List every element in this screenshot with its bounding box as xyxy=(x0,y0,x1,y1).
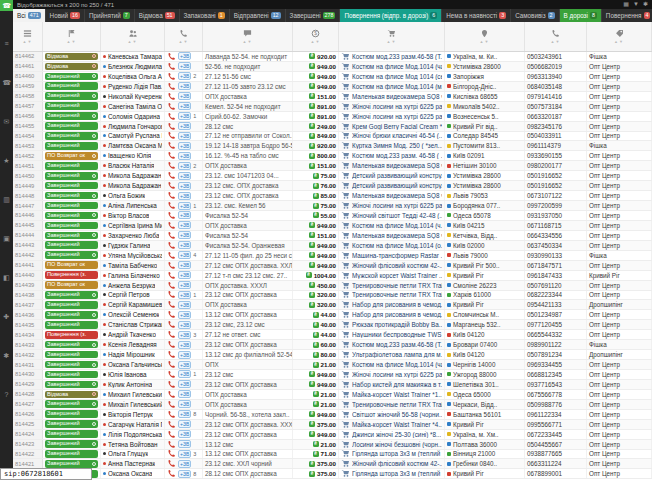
client-name[interactable]: Олексій Семенюк xyxy=(108,311,159,318)
delivery-location[interactable]: Гребінки 0840.. xyxy=(453,460,497,467)
call-phone-icon[interactable] xyxy=(167,430,176,439)
order-row[interactable]: 814428ВідмоваМихаил Гилевський+ЗВОПХ дос… xyxy=(13,390,652,400)
orders-icon[interactable]: ▣ xyxy=(0,232,13,245)
call-phone-icon[interactable] xyxy=(167,281,176,290)
call-button[interactable]: +ЗВ xyxy=(178,261,191,269)
tab-10[interactable]: В дорозі8 xyxy=(560,9,602,22)
call-phone-icon[interactable] xyxy=(167,440,176,449)
call-button[interactable]: +ЗВ xyxy=(178,281,191,289)
delivery-location[interactable]: Устимівка 28600 xyxy=(453,172,501,179)
client-name[interactable]: Самотуй Руслана Во.. xyxy=(108,132,162,139)
order-row[interactable]: 814447ЗавершенийАліна Липенська+ЗВ123.12… xyxy=(13,201,652,211)
client-name[interactable]: Кулик Антоніна xyxy=(108,381,152,388)
call-phone-icon[interactable] xyxy=(167,82,176,91)
delivery-location[interactable]: Харків 61000 xyxy=(453,291,491,298)
product-name[interactable]: Костюм на флисе Мод.1014 (ча... xyxy=(352,361,442,368)
column-header-product[interactable]: ▲▼ xyxy=(339,22,445,51)
delivery-location[interactable]: Одеса 65000 xyxy=(453,391,491,398)
tab-7[interactable]: Повернення (відпр. в дорозі)6 xyxy=(340,9,442,22)
delivery-location[interactable]: Кривий Ріг xyxy=(453,470,484,477)
call-phone-icon[interactable] xyxy=(167,122,176,131)
order-row[interactable]: 814433ЗавершенийКсенія Левадняя+ЗВ23.12 … xyxy=(13,340,652,350)
delivery-location[interactable]: Кривий Ріг xyxy=(453,272,484,279)
delivery-location[interactable]: Білгород-Дніс.. xyxy=(453,83,496,90)
client-name[interactable]: Гудзюк Галина xyxy=(108,242,150,249)
product-name[interactable]: Ультрафіолетова лампа для м... xyxy=(352,351,442,358)
delivery-location[interactable]: Шепетівка 301.. xyxy=(453,381,499,388)
delivery-location[interactable]: Бровари 07400 xyxy=(453,341,497,348)
call-button[interactable]: +ЗВ xyxy=(178,172,191,180)
status-badge[interactable]: Завершений xyxy=(45,82,98,90)
client-name[interactable]: Сергіївна Ірина Ми.. xyxy=(108,222,162,229)
call-phone-icon[interactable] xyxy=(167,380,176,389)
order-row[interactable]: 814446ЗавершенийВіктор Власов+ЗВФисалка … xyxy=(13,211,652,221)
client-name[interactable]: Николай Кучеренко xyxy=(108,93,162,100)
call-phone-icon[interactable] xyxy=(167,52,176,61)
delivery-location[interactable]: Київ 04120 xyxy=(453,331,485,338)
box-icon[interactable]: ◧ xyxy=(0,271,13,284)
settings-icon[interactable]: ✱ xyxy=(0,349,13,362)
order-row[interactable]: 814429ЗавершенийКулик Антоніна+ЗВ23.12 с… xyxy=(13,380,652,390)
client-name[interactable]: Ксенія Левадняя xyxy=(108,341,157,348)
call-phone-icon[interactable] xyxy=(167,171,176,180)
client-name[interactable]: Власюк Наталія xyxy=(108,162,154,169)
client-name[interactable]: Захарченко Люба xyxy=(108,232,159,239)
call-phone-icon[interactable] xyxy=(167,320,176,329)
client-name[interactable]: Лілія Подолянська xyxy=(108,431,162,438)
product-name[interactable]: Тренировочные петли TRX Trai... xyxy=(352,401,442,408)
delivery-location[interactable]: Кислівка 68655 xyxy=(453,93,497,100)
delivery-location[interactable]: Устимівка 28600 xyxy=(453,63,501,70)
grid-icon[interactable]: ▦ xyxy=(623,0,629,9)
tab-4[interactable]: Запаковані1 xyxy=(180,9,230,22)
status-badge[interactable]: Завершений xyxy=(45,351,98,359)
product-name[interactable]: Машина-трансформер Rastar ... xyxy=(352,252,442,259)
sort-arrows-icon[interactable]: ▲▼ xyxy=(179,40,189,44)
product-name[interactable]: Детский развивающий констру... xyxy=(352,172,442,179)
delivery-location[interactable]: Вінниця 21000 xyxy=(453,450,495,457)
column-header-call[interactable]: ▲▼ xyxy=(165,22,203,51)
order-row[interactable]: 814452ПО Возврат окІващенко Юлія+ЗВ16.12… xyxy=(13,151,652,161)
delivery-location[interactable]: Соледар 84545 xyxy=(453,132,498,139)
order-row[interactable]: 814420ЗавершенийОксана Оксана+ЗВ828.12 с… xyxy=(13,469,652,479)
call-button[interactable]: +ЗВ xyxy=(178,420,191,428)
product-name[interactable]: Костюм мод.233 разм.46-58 (Т... xyxy=(352,341,442,348)
call-phone-icon[interactable] xyxy=(167,360,176,369)
product-name[interactable]: Костюм на флисе Мод.1014 (м... xyxy=(352,83,442,90)
call-button[interactable]: +ЗВ xyxy=(178,390,191,398)
delivery-location[interactable]: Ужгород 88000 xyxy=(453,371,496,378)
delivery-location[interactable]: Миколаїв 5402.. xyxy=(453,103,499,110)
order-row[interactable]: 814444ЗавершенийЗахарченко Люба+ЗВФисалк… xyxy=(13,231,652,241)
order-row[interactable]: 814430ЗавершенийЮлія Іванова+ЗВ123.12 см… xyxy=(13,370,652,380)
call-button[interactable]: +ЗВ xyxy=(178,271,191,279)
product-name[interactable]: Маленькая видеокамера SQ8 ч... xyxy=(352,162,442,169)
status-badge[interactable]: Завершений xyxy=(45,311,98,319)
client-name[interactable]: Віктор Власов xyxy=(108,212,149,219)
client-name[interactable]: Микола Бадражан xyxy=(108,182,161,189)
call-button[interactable]: +ЗВ xyxy=(178,380,191,388)
delivery-location[interactable]: Вознесенськ 5.. xyxy=(453,113,499,120)
product-name[interactable]: Тренировочные петли TRX Trai... xyxy=(352,291,442,298)
call-button[interactable]: +ЗВ xyxy=(178,331,191,339)
order-row[interactable]: 814431ЗавершенийОксана Гальчинська+ЗВОПХ… xyxy=(13,360,652,370)
order-row[interactable]: 814432ЗавершенийНадія Мірошник+ЗВ13.12 с… xyxy=(13,350,652,360)
status-badge[interactable]: Завершений xyxy=(45,182,98,190)
client-name[interactable]: Анна Пастернак xyxy=(108,460,155,467)
call-button[interactable]: +ЗВ xyxy=(178,470,191,478)
call-phone-icon[interactable] xyxy=(167,459,176,468)
status-badge[interactable]: Завершений xyxy=(45,232,98,240)
call-button[interactable]: +ЗВ xyxy=(178,182,191,190)
status-badge[interactable]: Завершений xyxy=(45,222,98,230)
product-name[interactable]: Костюм на флисе Мод.1014 (ча... xyxy=(352,63,442,70)
status-badge[interactable]: Завершений xyxy=(45,361,98,369)
call-button[interactable]: +ЗВ xyxy=(178,251,191,259)
client-name[interactable]: Оксана Гальчинська xyxy=(108,361,162,368)
call-button[interactable]: +ЗВ xyxy=(178,351,191,359)
call-phone-icon[interactable] xyxy=(167,261,176,270)
call-button[interactable]: +ЗВ xyxy=(178,202,191,210)
call-phone-icon[interactable] xyxy=(167,420,176,429)
call-button[interactable]: +ЗВ xyxy=(178,221,191,229)
product-name[interactable]: Маленькая видеокамера SQ8 ч... xyxy=(352,93,442,100)
client-name[interactable]: Михаил Гилевський xyxy=(108,391,162,398)
client-name[interactable]: Блезнюк Людмила xyxy=(108,63,162,70)
client-name[interactable]: Тетяна Войтован xyxy=(108,441,158,448)
